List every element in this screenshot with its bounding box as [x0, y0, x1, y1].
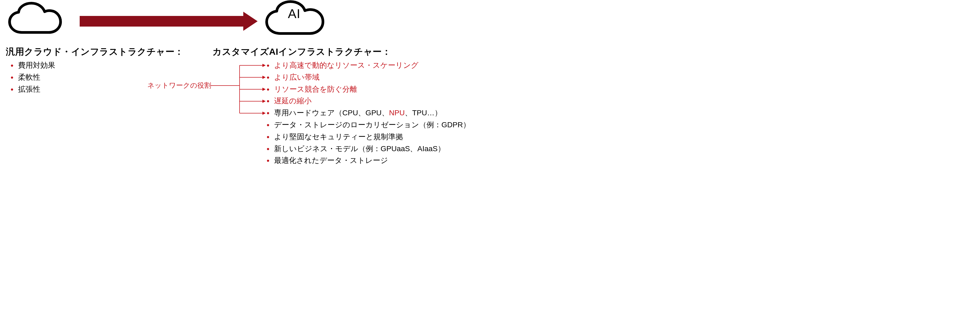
list-item: 新しいビジネス・モデル（例：GPUaaS、AIaaS） [267, 143, 470, 155]
bullet-text-post: 、TPU…） [405, 109, 442, 117]
list-item: データ・ストレージのローカリゼーション（例：GDPR） [267, 119, 470, 131]
list-item: より堅固なセキュリティーと規制準拠 [267, 131, 470, 143]
svg-marker-7 [263, 64, 266, 67]
bullet-text-highlight: NPU [389, 109, 405, 117]
right-bullet-list: より高速で動的なリソース・スケーリング より広い帯域 リソース競合を防ぐ分離 遅… [267, 59, 470, 165]
diagram-canvas: AI 汎用クラウド・インフラストラクチャー： カスタマイズAIインフラストラクチ… [0, 0, 490, 165]
svg-marker-12 [262, 64, 266, 67]
list-item: 遅延の縮小 [267, 95, 470, 107]
arrow-head-icon [243, 12, 258, 31]
cloud-icon-left [6, 1, 64, 38]
list-item: リソース競合を防ぐ分離 [267, 83, 470, 96]
svg-marker-8 [263, 76, 266, 79]
connector-label: ネットワークの役割 [147, 81, 211, 90]
left-heading: 汎用クラウド・インフラストラクチャー： [6, 46, 184, 58]
list-item: より高速で動的なリソース・スケーリング [267, 59, 470, 72]
arrow-shaft [80, 16, 243, 27]
cloud-right-label: AI [288, 6, 301, 21]
connector-tree-icon [210, 62, 266, 118]
list-item: 専用ハードウェア（CPU、GPU、NPU、TPU…） [267, 107, 470, 119]
svg-marker-9 [263, 88, 266, 91]
list-item: 費用対効果 [11, 59, 55, 72]
list-item: 拡張性 [11, 83, 55, 96]
bullet-text-pre: 専用ハードウェア（CPU、GPU、 [274, 109, 389, 117]
svg-marker-14 [262, 88, 266, 91]
left-bullet-list: 費用対効果 柔軟性 拡張性 [11, 59, 55, 95]
svg-marker-16 [262, 112, 266, 115]
svg-marker-10 [263, 100, 266, 102]
svg-marker-13 [262, 76, 266, 79]
right-heading: カスタマイズAIインフラストラクチャー： [212, 46, 391, 58]
svg-marker-11 [263, 112, 266, 115]
list-item: より広い帯域 [267, 72, 470, 83]
list-item: 最適化されたデータ・ストレージ [267, 155, 470, 165]
list-item: 柔軟性 [11, 72, 55, 83]
svg-marker-15 [262, 100, 266, 103]
transition-arrow [80, 14, 258, 29]
